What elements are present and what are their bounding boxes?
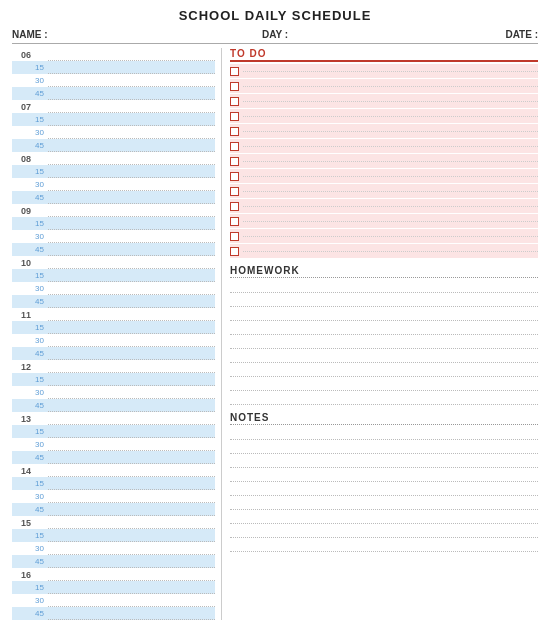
- time-minute: 30: [34, 388, 48, 397]
- time-minute: 45: [34, 401, 48, 410]
- notes-line: [230, 427, 538, 440]
- time-line: [48, 308, 215, 321]
- time-line: [48, 581, 215, 594]
- todo-line: [243, 251, 538, 252]
- todo-checkbox[interactable]: [230, 97, 239, 106]
- todo-list: [230, 64, 538, 258]
- time-hour: 12: [12, 362, 34, 372]
- time-row: 30: [12, 334, 215, 347]
- time-row: 30: [12, 230, 215, 243]
- time-minute: 45: [34, 297, 48, 306]
- homework-title: HOMEWORK: [230, 265, 538, 278]
- time-line: [48, 165, 215, 178]
- time-line: [48, 516, 215, 529]
- todo-line: [243, 71, 538, 72]
- time-row: 45: [12, 191, 215, 204]
- time-row: 45: [12, 399, 215, 412]
- time-hour: 08: [12, 154, 34, 164]
- todo-checkbox[interactable]: [230, 67, 239, 76]
- todo-checkbox[interactable]: [230, 157, 239, 166]
- time-line: [48, 100, 215, 113]
- page-title: SCHOOL DAILY SCHEDULE: [12, 8, 538, 23]
- todo-line: [243, 221, 538, 222]
- todo-checkbox[interactable]: [230, 172, 239, 181]
- time-hour: 10: [12, 258, 34, 268]
- homework-line: [230, 308, 538, 321]
- todo-checkbox[interactable]: [230, 142, 239, 151]
- time-row: 30: [12, 386, 215, 399]
- todo-line: [243, 176, 538, 177]
- time-minute: 15: [34, 375, 48, 384]
- time-line: [48, 204, 215, 217]
- time-line: [48, 74, 215, 87]
- time-row: 30: [12, 490, 215, 503]
- time-hour: 15: [12, 518, 34, 528]
- time-hour: 14: [12, 466, 34, 476]
- todo-line: [243, 161, 538, 162]
- todo-item: [230, 139, 538, 153]
- time-row: 15: [12, 269, 215, 282]
- time-minute: 45: [34, 453, 48, 462]
- notes-section: NOTES: [230, 412, 538, 553]
- time-minute: 30: [34, 596, 48, 605]
- time-row: 15: [12, 581, 215, 594]
- todo-checkbox[interactable]: [230, 187, 239, 196]
- todo-item: [230, 199, 538, 213]
- time-minute: 30: [34, 180, 48, 189]
- time-row: 15: [12, 321, 215, 334]
- time-minute: 45: [34, 141, 48, 150]
- time-minute: 15: [34, 323, 48, 332]
- schedule-column: 0615304507153045081530450915304510153045…: [12, 48, 222, 620]
- time-line: [48, 464, 215, 477]
- time-row: 08: [12, 152, 215, 165]
- time-line: [48, 347, 215, 360]
- time-row: 15: [12, 165, 215, 178]
- homework-line: [230, 322, 538, 335]
- time-line: [48, 178, 215, 191]
- time-line: [48, 87, 215, 100]
- time-row: 30: [12, 126, 215, 139]
- notes-line: [230, 497, 538, 510]
- todo-checkbox[interactable]: [230, 217, 239, 226]
- todo-checkbox[interactable]: [230, 112, 239, 121]
- time-minute: 30: [34, 440, 48, 449]
- todo-checkbox[interactable]: [230, 202, 239, 211]
- todo-checkbox[interactable]: [230, 127, 239, 136]
- time-row: 14: [12, 464, 215, 477]
- time-minute: 30: [34, 76, 48, 85]
- time-row: 10: [12, 256, 215, 269]
- todo-checkbox[interactable]: [230, 232, 239, 241]
- time-minute: 15: [34, 63, 48, 72]
- notes-lines: [230, 427, 538, 552]
- notes-line: [230, 483, 538, 496]
- time-line: [48, 568, 215, 581]
- time-line: [48, 256, 215, 269]
- time-line: [48, 529, 215, 542]
- day-label: DAY :: [225, 29, 325, 40]
- time-line: [48, 438, 215, 451]
- time-line: [48, 295, 215, 308]
- notes-line: [230, 441, 538, 454]
- time-line: [48, 113, 215, 126]
- time-minute: 30: [34, 128, 48, 137]
- time-line: [48, 243, 215, 256]
- todo-item: [230, 79, 538, 93]
- time-row: 15: [12, 217, 215, 230]
- time-line: [48, 373, 215, 386]
- time-line: [48, 48, 215, 61]
- todo-checkbox[interactable]: [230, 247, 239, 256]
- time-line: [48, 321, 215, 334]
- todo-line: [243, 86, 538, 87]
- time-line: [48, 191, 215, 204]
- todo-line: [243, 191, 538, 192]
- notes-title: NOTES: [230, 412, 538, 425]
- time-line: [48, 477, 215, 490]
- time-line: [48, 126, 215, 139]
- time-minute: 15: [34, 479, 48, 488]
- time-row: 45: [12, 555, 215, 568]
- time-minute: 45: [34, 89, 48, 98]
- time-row: 30: [12, 178, 215, 191]
- todo-checkbox[interactable]: [230, 82, 239, 91]
- todo-line: [243, 236, 538, 237]
- time-minute: 15: [34, 219, 48, 228]
